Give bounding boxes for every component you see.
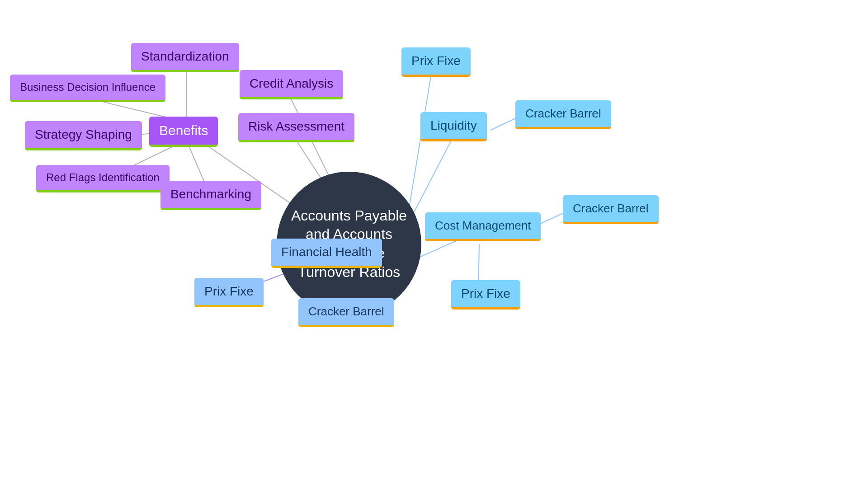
financial-health-label: Financial Health bbox=[281, 245, 372, 259]
svg-line-10 bbox=[491, 118, 515, 130]
benefits-label: Benefits bbox=[159, 123, 208, 138]
standardization-label: Standardization bbox=[141, 49, 229, 63]
benefits-node[interactable]: Benefits bbox=[149, 117, 218, 147]
liquidity-node[interactable]: Liquidity bbox=[420, 112, 487, 141]
prix-fixe-top-label: Prix Fixe bbox=[411, 54, 461, 68]
red-flags-node[interactable]: Red Flags Identification bbox=[36, 165, 170, 192]
liquidity-label: Liquidity bbox=[430, 118, 477, 132]
risk-assessment-label: Risk Assessment bbox=[248, 119, 344, 133]
benchmarking-label: Benchmarking bbox=[170, 187, 251, 201]
strategy-shaping-label: Strategy Shaping bbox=[35, 127, 132, 141]
red-flags-label: Red Flags Identification bbox=[46, 171, 160, 183]
prix-fixe-bot-node[interactable]: Prix Fixe bbox=[451, 280, 520, 310]
standardization-node[interactable]: Standardization bbox=[131, 43, 239, 72]
cracker-barrel-top-label: Cracker Barrel bbox=[525, 107, 601, 120]
svg-line-8 bbox=[407, 66, 433, 221]
credit-analysis-label: Credit Analysis bbox=[250, 76, 333, 90]
benchmarking-node[interactable]: Benchmarking bbox=[160, 181, 261, 210]
svg-line-9 bbox=[407, 130, 457, 226]
risk-assessment-node[interactable]: Risk Assessment bbox=[238, 113, 354, 142]
cracker-barrel-mid-label: Cracker Barrel bbox=[573, 202, 649, 215]
cracker-barrel-bottom-node[interactable]: Cracker Barrel bbox=[298, 298, 394, 327]
cracker-barrel-mid-node[interactable]: Cracker Barrel bbox=[563, 195, 659, 224]
business-decision-label: Business Decision Influence bbox=[20, 81, 156, 93]
credit-analysis-node[interactable]: Credit Analysis bbox=[240, 70, 343, 99]
financial-health-node[interactable]: Financial Health bbox=[271, 239, 382, 268]
prix-fixe-top-node[interactable]: Prix Fixe bbox=[401, 47, 471, 77]
prix-fixe-bot-label: Prix Fixe bbox=[461, 286, 510, 300]
cost-management-label: Cost Management bbox=[435, 219, 531, 232]
business-decision-node[interactable]: Business Decision Influence bbox=[10, 75, 165, 102]
prix-fixe-bottom-node[interactable]: Prix Fixe bbox=[194, 278, 264, 307]
cost-management-node[interactable]: Cost Management bbox=[425, 212, 541, 241]
strategy-shaping-node[interactable]: Strategy Shaping bbox=[25, 121, 142, 150]
prix-fixe-bottom-label: Prix Fixe bbox=[204, 284, 254, 298]
cracker-barrel-bottom-label: Cracker Barrel bbox=[308, 305, 384, 318]
cracker-barrel-top-node[interactable]: Cracker Barrel bbox=[515, 100, 611, 129]
